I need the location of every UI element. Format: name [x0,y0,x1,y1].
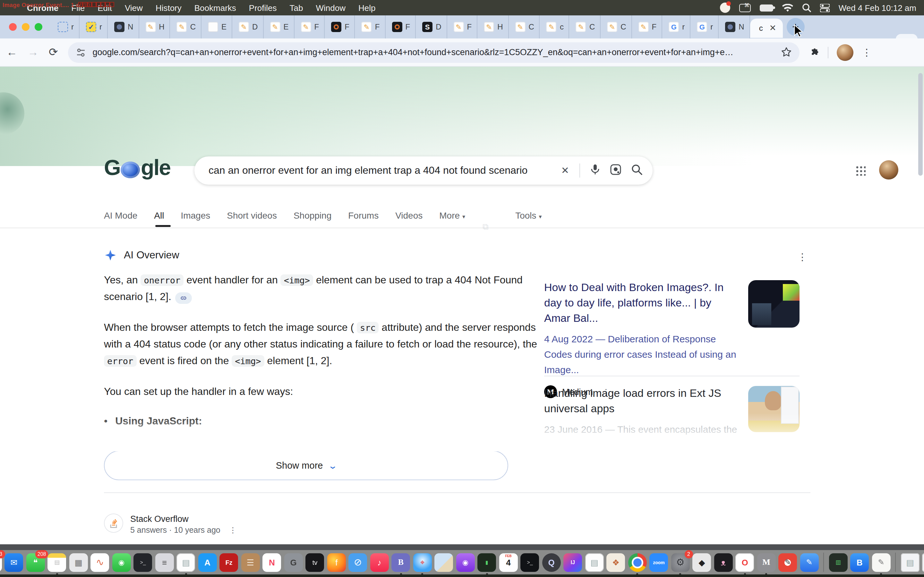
dock-icon-reminders[interactable]: ☰3 [0,553,2,572]
chrome-menu-kebab[interactable]: ⋮ [862,47,872,58]
browser-tab-7[interactable]: ✎D [232,15,263,39]
dock-icon-termwin[interactable]: ▥ [829,553,848,572]
control-center-icon[interactable] [820,3,830,13]
keyboard-icon[interactable] [739,3,751,13]
menu-bar-clock[interactable]: Wed 4 Feb 10:12 am [838,3,916,13]
browser-tab-11[interactable]: ✎F [355,15,386,39]
dock-icon-filezilla[interactable]: Fz [220,553,238,572]
card-title[interactable]: How to Deal with Broken Images?. In day … [544,280,739,326]
ai-overview-menu-kebab[interactable]: ⋮ [798,251,807,263]
clear-search-icon[interactable]: ✕ [561,165,569,176]
dock-icon-music[interactable]: ♪ [370,553,389,572]
profile-avatar[interactable] [837,44,854,61]
browser-tab-19[interactable]: ✎C [601,15,632,39]
tab-short-videos[interactable]: Short videos [227,210,277,227]
browser-tab-16[interactable]: ✎C [509,15,540,39]
dock-icon-calculator[interactable]: ≡ [155,553,174,572]
browser-tab-10[interactable]: F [325,15,355,39]
battery-icon[interactable] [760,3,773,13]
dock-icon-terminal3[interactable]: >_ [521,553,540,572]
address-bar[interactable]: google.com/search?q=can+an+onerror+event… [68,42,800,63]
tab-forums[interactable]: Forums [348,210,379,227]
close-window-button[interactable] [9,23,17,31]
dock-icon-xcodepen[interactable]: ✎ [800,553,819,572]
dock-icon-textedit[interactable]: ▤ [177,553,195,572]
tab-videos[interactable]: Videos [395,210,423,227]
browser-tab-2[interactable]: ✓r [79,15,108,39]
menu-item-profiles[interactable]: Profiles [249,3,277,13]
browser-tab-22[interactable]: Gr [690,15,719,39]
dock-icon-safari[interactable]: ⌖ [413,553,432,572]
search-query-text[interactable]: can an onerror event for an img element … [208,165,551,176]
browser-tab-9[interactable]: ✎F [294,15,325,39]
menu-item-view[interactable]: View [125,3,143,13]
dock-icon-inkscape[interactable]: ◆ [693,553,711,572]
forward-button[interactable]: → [27,46,39,59]
wifi-icon[interactable] [782,3,793,13]
dock-icon-window2[interactable]: ▤ [922,553,924,572]
browser-tab-15[interactable]: ✎H [477,15,509,39]
browser-tab-14[interactable]: ✎F [447,15,478,39]
dock-icon-pixelmator[interactable]: ❖ [607,553,625,572]
result-menu-kebab[interactable]: ⋮ [229,526,237,535]
dock-icon-opera[interactable]: O [736,553,754,572]
browser-tab-13[interactable]: SD [416,15,447,39]
dock-icon-darkface[interactable]: ᴥ [714,553,733,572]
dock-icon-podcasts[interactable]: ◉ [456,553,475,572]
dock-icon-zoom[interactable]: zoom [650,553,668,572]
card-thumbnail[interactable] [748,280,800,327]
dock-icon-bluetooth[interactable]: B [851,553,869,572]
dock-icon-appletv[interactable]: tv [306,553,325,572]
dock-icon-contacts[interactable]: ☰ [241,553,260,572]
dock-icon-terminal2[interactable]: ▮ [478,553,496,572]
menu-item-help[interactable]: Help [359,3,376,13]
dock-icon-launchpad[interactable]: ▦ [69,553,88,572]
dock-icon-chrome[interactable] [628,553,647,572]
browser-tab-4[interactable]: ✎H [139,15,170,39]
dock-icon-pages[interactable]: ▤ [585,553,604,572]
card-title[interactable]: Handling image load errors in Ext JS uni… [544,386,739,417]
tab-ai-mode[interactable]: AI Mode [104,210,137,227]
card-thumbnail[interactable] [748,386,800,432]
tab-more[interactable]: More▾ [439,210,465,227]
dock-icon-bbedit[interactable]: B [392,553,410,572]
show-more-button[interactable]: Show more ⌄ [104,451,508,480]
browser-tab-20[interactable]: ✎F [632,15,662,39]
app-notification-icon[interactable] [720,3,730,13]
sidebar-card-extjs[interactable]: Handling image load errors in Ext JS uni… [544,386,800,437]
menu-item-window[interactable]: Window [316,3,346,13]
browser-tab-12[interactable]: F [386,15,416,39]
dock-icon-appstore[interactable]: A [198,553,217,572]
dock-icon-messages[interactable]: ❝208 [26,553,45,572]
browser-tab-18[interactable]: ✎C [569,15,601,39]
browser-tab-21[interactable]: Gr [662,15,690,39]
spotlight-icon[interactable] [802,3,811,13]
google-lens-icon[interactable] [610,164,621,177]
menu-item-tab[interactable]: Tab [290,3,303,13]
active-tab[interactable]: c ✕ [750,18,783,37]
dock-icon-gimp[interactable]: G [284,553,303,572]
bookmark-star-icon[interactable] [781,47,792,58]
voice-search-icon[interactable] [590,164,600,177]
tab-tools[interactable]: Tools▾ [515,210,541,227]
browser-tab-1[interactable]: r [51,15,79,39]
dock-icon-blocked[interactable]: ⊘ [349,553,367,572]
dock-icon-terminal[interactable]: >_ [134,553,152,572]
google-logo[interactable]: G gle [104,155,170,180]
new-tab-button[interactable]: + [787,18,804,36]
dock-icon-firefox[interactable]: f [327,553,346,572]
google-apps-grid-icon[interactable] [855,165,866,176]
dock-icon-mighty[interactable]: M [757,553,776,572]
browser-tab-17[interactable]: ✎c [540,15,569,39]
dock-icon-notes[interactable]: ▤ [48,553,66,572]
dock-icon-intellij[interactable]: IJ [564,553,582,572]
result-source-name[interactable]: Stack Overflow [130,514,237,524]
dock-icon-dialpen[interactable]: ✎ [779,553,797,572]
reload-button[interactable]: ⟳ [49,45,58,59]
tab-all[interactable]: All [154,210,164,227]
google-account-avatar[interactable] [879,160,898,179]
browser-tab-6[interactable]: E [202,15,232,39]
zoom-window-button[interactable] [35,23,42,31]
dock-icon-preview[interactable] [435,553,453,572]
tab-shopping[interactable]: Shopping [294,210,331,227]
